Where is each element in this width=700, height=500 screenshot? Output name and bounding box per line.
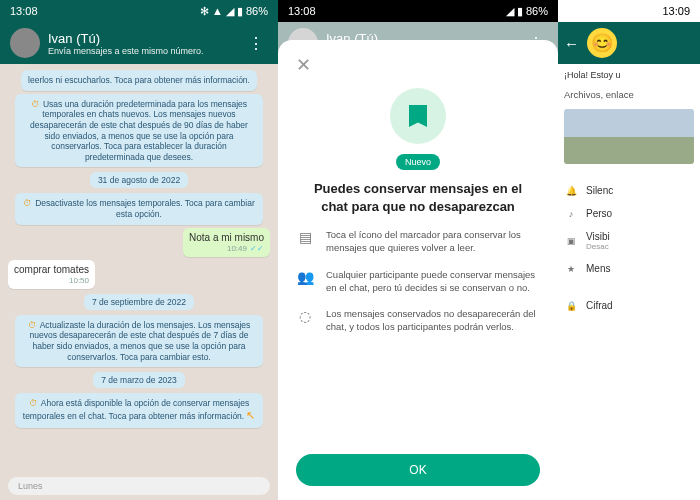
feature-sheet-screen: 13:08 ◢▮86% Ivan (Tú)Envía mensajes a es… xyxy=(278,0,558,500)
feature-row: ◌Los mensajes conservados no desaparecer… xyxy=(296,308,540,334)
date-divider: 7 de marzo de 2023 xyxy=(93,372,185,388)
feature-list: ▤Toca el ícono del marcador para conserv… xyxy=(296,229,540,334)
contact-body: ¡Hola! Estoy u Archivos, enlace 🔔Silenc … xyxy=(558,64,700,500)
incoming-message[interactable]: comprar tomates 10:50 xyxy=(8,260,95,289)
bookmark-outline-icon: ▤ xyxy=(296,229,314,245)
contact-info-screen: 13:09 ← 😊 ¡Hola! Estoy u Archivos, enlac… xyxy=(558,0,700,500)
starred-option[interactable]: ★Mens xyxy=(564,260,694,277)
status-time: 13:08 xyxy=(288,5,316,17)
feature-row: ▤Toca el ícono del marcador para conserv… xyxy=(296,229,540,255)
timer-icon: ⏱ xyxy=(28,320,37,330)
outgoing-message[interactable]: Nota a mi mismo 10:49✓✓ xyxy=(183,228,270,257)
timer-icon: ⏱ xyxy=(23,198,32,208)
avatar[interactable] xyxy=(10,28,40,58)
date-divider: 31 de agosto de 2022 xyxy=(90,172,188,188)
system-message[interactable]: ⏱Actualizaste la duración de los mensaje… xyxy=(15,315,264,368)
bell-icon: 🔔 xyxy=(564,186,578,196)
music-note-icon: ♪ xyxy=(564,209,578,219)
bottom-sheet: ✕ Nuevo Puedes conservar mensajes en el … xyxy=(278,40,558,500)
system-message[interactable]: ⏱Usas una duración predeterminada para l… xyxy=(15,94,264,168)
read-ticks-icon: ✓✓ xyxy=(250,244,264,253)
status-time: 13:08 xyxy=(10,5,38,17)
bookmark-icon xyxy=(409,105,427,127)
media-section-title[interactable]: Archivos, enlace xyxy=(564,86,694,103)
status-bar: 13:08 ◢▮86% xyxy=(278,0,558,22)
mute-option[interactable]: 🔔Silenc xyxy=(564,182,694,199)
status-icons: ✻▲◢▮86% xyxy=(200,5,268,18)
status-time: 13:09 xyxy=(662,5,690,17)
new-badge: Nuevo xyxy=(396,154,440,170)
contact-header[interactable]: ← 😊 xyxy=(558,22,700,64)
status-icons: ◢▮86% xyxy=(506,5,548,18)
status-bar: 13:08 ✻▲◢▮86% xyxy=(0,0,278,22)
status-text: ¡Hola! Estoy u xyxy=(564,70,694,80)
visibility-option[interactable]: ▣VisibiDesac xyxy=(564,228,694,254)
system-message[interactable]: leerlos ni escucharlos. Toca para obtene… xyxy=(21,70,257,91)
close-icon[interactable]: ✕ xyxy=(296,54,311,76)
more-icon[interactable]: ⋮ xyxy=(244,34,268,53)
header-text: Ivan (Tú) Envía mensajes a este mismo nú… xyxy=(48,31,236,56)
timer-icon: ⏱ xyxy=(29,398,38,408)
avatar[interactable]: 😊 xyxy=(587,28,617,58)
sheet-title: Puedes conservar mensajes en el chat par… xyxy=(306,180,530,215)
message-input[interactable]: Lunes xyxy=(8,477,270,495)
custom-option[interactable]: ♪Perso xyxy=(564,205,694,222)
contact-subtitle: Envía mensajes a este mismo número. xyxy=(48,46,236,56)
lock-icon: 🔒 xyxy=(564,301,578,311)
group-icon: 👥 xyxy=(296,269,314,285)
pointer-arrow-icon: ↖ xyxy=(246,409,255,421)
status-bar: 13:09 xyxy=(558,0,700,22)
system-message[interactable]: ⏱Ahora está disponible la opción de cons… xyxy=(15,393,264,427)
timer-dashed-icon: ◌ xyxy=(296,308,314,324)
chat-header[interactable]: Ivan (Tú) Envía mensajes a este mismo nú… xyxy=(0,22,278,64)
contact-name: Ivan (Tú) xyxy=(48,31,236,46)
star-icon: ★ xyxy=(564,264,578,274)
ok-button[interactable]: OK xyxy=(296,454,540,486)
media-thumbnail[interactable] xyxy=(564,109,694,164)
system-message[interactable]: ⏱Desactivaste los mensajes temporales. T… xyxy=(15,193,264,224)
hero-icon-bg xyxy=(390,88,446,144)
chat-screen: 13:08 ✻▲◢▮86% Ivan (Tú) Envía mensajes a… xyxy=(0,0,278,500)
timer-icon: ⏱ xyxy=(31,99,40,109)
feature-row: 👥Cualquier participante puede conservar … xyxy=(296,269,540,295)
back-icon[interactable]: ← xyxy=(564,35,579,52)
chat-body: leerlos ni escucharlos. Toca para obtene… xyxy=(0,64,278,474)
date-divider: 7 de septiembre de 2022 xyxy=(84,294,194,310)
encryption-option[interactable]: 🔒Cifrad xyxy=(564,297,694,314)
image-icon: ▣ xyxy=(564,236,578,246)
